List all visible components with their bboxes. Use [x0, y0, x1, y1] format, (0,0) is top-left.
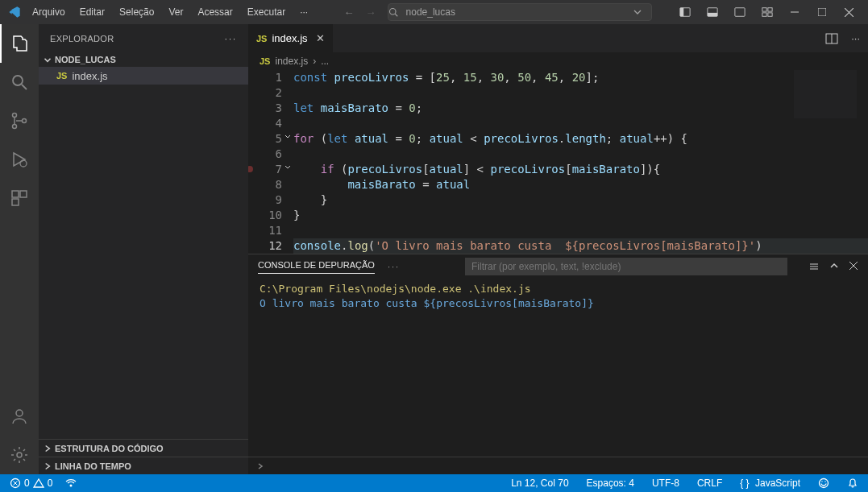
nav-forward-icon[interactable]: → [366, 6, 376, 19]
explorer-more-icon[interactable]: ··· [225, 34, 237, 43]
breadcrumb[interactable]: JS index.js › ... [248, 52, 868, 70]
svg-point-18 [13, 125, 17, 129]
run-debug-icon[interactable] [0, 140, 39, 179]
extensions-icon[interactable] [0, 179, 39, 217]
nav-back-icon[interactable]: ← [344, 6, 355, 19]
svg-point-25 [17, 453, 22, 457]
svg-point-19 [23, 119, 27, 123]
svg-rect-9 [762, 13, 766, 16]
debug-input-bar[interactable] [248, 457, 868, 474]
svg-point-36 [70, 485, 73, 487]
status-eol[interactable]: CRLF [694, 478, 725, 489]
js-file-icon: JS [56, 71, 67, 81]
svg-rect-3 [680, 8, 683, 17]
split-editor-icon[interactable] [825, 32, 838, 45]
account-icon[interactable] [0, 397, 39, 436]
search-icon[interactable] [0, 63, 39, 101]
menu-ver[interactable]: Ver [162, 3, 189, 21]
status-errors[interactable]: 0 0 [6, 478, 56, 489]
source-control-icon[interactable] [0, 101, 39, 140]
tab-index-js[interactable]: JS index.js ✕ [248, 24, 334, 52]
menu-acessar[interactable]: Acessar [191, 3, 239, 21]
explorer-icon[interactable] [0, 24, 39, 63]
menu-executar[interactable]: Executar [241, 3, 292, 21]
panel-collapse-icon[interactable] [829, 261, 839, 272]
svg-rect-23 [12, 199, 19, 205]
minimap[interactable] [794, 70, 857, 118]
explorer-header: EXPLORADOR ··· [39, 24, 248, 52]
js-file-icon: JS [256, 34, 267, 43]
status-language[interactable]: { } JavaScript [737, 478, 804, 489]
status-encoding[interactable]: UTF-8 [649, 478, 683, 489]
vscode-logo-icon [5, 2, 24, 22]
fold-icon[interactable] [284, 163, 292, 172]
line-gutter: 1234 5 6 7 891011 12 [248, 70, 293, 254]
titlebar: Arquivo Editar Seleção Ver Acessar Execu… [0, 0, 868, 24]
svg-rect-12 [818, 8, 826, 16]
svg-point-0 [389, 9, 396, 15]
svg-line-16 [22, 85, 27, 89]
explorer-sidebar: EXPLORADOR ··· NODE_LUCAS JS index.js ES… [39, 24, 248, 474]
file-index-js[interactable]: JS index.js [39, 67, 248, 85]
svg-line-1 [395, 14, 397, 16]
svg-point-24 [16, 410, 23, 416]
status-bar: 0 0 Ln 12, Col 70 Espaços: 4 UTF-8 CRLF … [0, 474, 868, 492]
debug-filter-input[interactable] [465, 258, 787, 275]
outline-section[interactable]: ESTRUTURA DO CÓDIGO [39, 439, 248, 457]
status-indentation[interactable]: Espaços: 4 [584, 478, 638, 489]
breakpoint-icon[interactable] [248, 166, 253, 172]
layout-sidebar-right-icon[interactable] [726, 0, 754, 24]
panel-settings-icon[interactable] [808, 261, 820, 272]
fold-icon[interactable] [284, 133, 292, 141]
svg-point-20 [20, 160, 27, 167]
svg-rect-10 [768, 13, 772, 16]
editor-group: JS index.js ✕ ··· JS index.js › ... 1234… [248, 24, 868, 474]
status-radio-icon[interactable] [62, 478, 80, 489]
layout-panel-icon[interactable] [699, 0, 726, 24]
svg-point-37 [820, 479, 829, 488]
search-text: node_lucas [406, 6, 455, 18]
editor-tabs: JS index.js ✕ ··· [248, 24, 868, 52]
code-content[interactable]: const precoLivros = [25, 15, 30, 50, 45,… [293, 70, 868, 254]
settings-icon[interactable] [0, 436, 39, 474]
js-file-icon: JS [260, 56, 270, 66]
panel-tab-debug-console[interactable]: CONSOLE DE DEPURAÇÃO [258, 260, 375, 274]
svg-rect-21 [12, 191, 19, 197]
activity-bar [0, 24, 39, 474]
layout-sidebar-left-icon[interactable] [671, 0, 699, 24]
svg-point-17 [13, 114, 17, 118]
svg-rect-7 [762, 8, 766, 11]
menu-editar[interactable]: Editar [73, 3, 111, 21]
svg-rect-6 [735, 8, 745, 17]
chevron-down-icon [633, 8, 645, 16]
code-editor[interactable]: 1234 5 6 7 891011 12 const precoLivros =… [248, 70, 868, 254]
command-center[interactable]: node_lucas [388, 3, 652, 21]
layout-customize-icon[interactable] [754, 0, 781, 24]
window-minimize-icon[interactable] [781, 0, 808, 24]
window-maximize-icon[interactable] [808, 0, 836, 24]
debug-console-panel: CONSOLE DE DEPURAÇÃO ··· C:\Program File… [248, 254, 868, 474]
timeline-section[interactable]: LINHA DO TEMPO [39, 457, 248, 474]
panel-more-icon[interactable]: ··· [388, 262, 400, 271]
status-cursor-pos[interactable]: Ln 12, Col 70 [508, 478, 571, 489]
debug-console-output[interactable]: C:\Program Files\nodejs\node.exe .\index… [248, 279, 868, 457]
svg-point-15 [13, 76, 23, 85]
menu-arquivo[interactable]: Arquivo [26, 3, 72, 21]
status-bell-icon[interactable] [844, 478, 862, 489]
svg-rect-8 [768, 8, 772, 11]
menu-overflow-icon[interactable]: ··· [293, 3, 314, 21]
status-feedback-icon[interactable] [815, 478, 833, 489]
panel-close-icon[interactable] [849, 261, 858, 272]
window-close-icon[interactable] [836, 0, 863, 24]
menu-selecao[interactable]: Seleção [113, 3, 160, 21]
svg-rect-5 [708, 13, 717, 16]
svg-rect-22 [20, 191, 27, 197]
editor-more-icon[interactable]: ··· [851, 32, 860, 44]
chevron-right-icon: › [313, 56, 316, 67]
close-tab-icon[interactable]: ✕ [316, 32, 325, 44]
project-folder[interactable]: NODE_LUCAS [39, 52, 248, 67]
